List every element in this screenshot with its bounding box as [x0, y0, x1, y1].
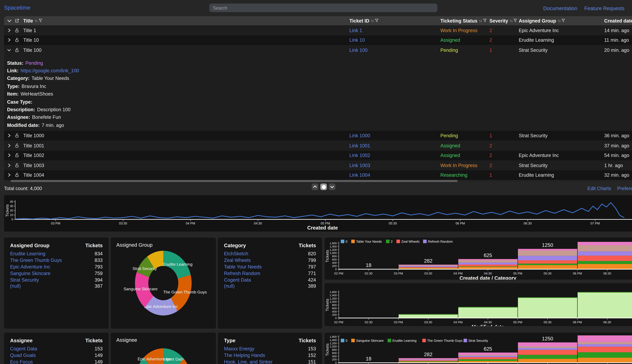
expand-row-chevron-right-icon[interactable] [7, 144, 11, 148]
table-row[interactable]: Title 1003Link 1003Work In Progress2Stra… [4, 160, 632, 170]
scroll-up-button[interactable] [312, 184, 318, 190]
mini-table-link[interactable]: Zeal Wheels [224, 257, 251, 263]
horizontal-scrollbar[interactable] [4, 180, 632, 182]
filter-icon[interactable] [38, 18, 42, 24]
collapse-row-chevron-down-icon[interactable] [7, 48, 11, 52]
col-header-title[interactable]: Title↑↓ [23, 18, 42, 24]
mini-table-link[interactable]: Erudite Learning [10, 251, 46, 256]
table-row[interactable]: Title 1001Link 1001Assigned237 min. ago [4, 140, 632, 150]
table-row[interactable]: Title 1000Link 1000Pending1Strat Securit… [4, 131, 632, 140]
assigned-group-value: Epic Adventure Inc [519, 28, 559, 33]
app-logo[interactable]: Spacetime [4, 4, 30, 10]
sort-icon[interactable]: ↑↓ [558, 18, 560, 23]
mini-table-link[interactable]: (null) [10, 283, 21, 289]
svg-text:04:30: 04:30 [484, 320, 492, 324]
mini-table-link[interactable]: Cogent Data [224, 277, 251, 282]
external-link-icon[interactable] [15, 18, 19, 23]
filter-icon[interactable] [375, 18, 379, 24]
nav-feature-requests[interactable]: Feature Requests [584, 5, 624, 11]
mini-table-link[interactable]: Quad Goals [10, 352, 36, 358]
expand-row-chevron-right-icon[interactable] [7, 153, 11, 157]
mini-table-link[interactable]: The Green Thumb Guys [10, 257, 62, 263]
expand-all-chevron-down-icon[interactable] [7, 18, 12, 23]
expand-row-chevron-right-icon[interactable] [7, 134, 11, 138]
mini-table-link[interactable]: The Helping Hands [224, 352, 265, 358]
app-root: Spacetime Documentation Feature Requests… [0, 0, 632, 364]
mini-table-row: Erudite Learning834 [10, 250, 103, 257]
severity-value: 2 [490, 37, 492, 43]
edit-charts-link[interactable]: Edit Charts [588, 186, 611, 191]
scroll-position-button[interactable] [320, 184, 327, 190]
col-header-assigned-group[interactable]: Assigned Group↑↓ [519, 18, 566, 24]
detail-value[interactable]: https://google.com/link_100 [20, 68, 79, 73]
mini-table-link[interactable]: Table Your Needs [224, 264, 262, 269]
filter-icon[interactable] [514, 18, 518, 24]
table-row[interactable]: Title 1004Link 1004Researching1Erudite L… [4, 170, 632, 180]
expand-row-chevron-right-icon[interactable] [7, 38, 11, 42]
unlock-icon[interactable] [15, 48, 19, 52]
row-title: Title 1004 [23, 172, 44, 178]
sort-icon[interactable]: ↑↓ [510, 18, 512, 23]
ticket-id-link[interactable]: Link 1000 [349, 133, 370, 138]
unlock-icon[interactable] [15, 28, 19, 32]
col-header-created-date[interactable]: Created date↑↓ [604, 18, 632, 24]
unlock-icon[interactable] [15, 153, 19, 158]
ticket-id-link[interactable]: Link 100 [349, 47, 368, 53]
ticket-id-link[interactable]: Link 1 [349, 28, 362, 33]
expand-row-chevron-right-icon[interactable] [7, 163, 11, 167]
mini-table-link[interactable]: Cogent Data [10, 346, 37, 351]
unlock-icon[interactable] [15, 133, 19, 138]
scroll-down-button[interactable] [329, 184, 336, 190]
assigned-group-value: Strat Security [519, 162, 548, 168]
unlock-icon[interactable] [15, 173, 19, 177]
mini-table-row: Cogent Data424 [224, 276, 316, 283]
donut-slice[interactable] [163, 348, 184, 364]
ticket-id-link[interactable]: Link 1003 [349, 162, 370, 168]
svg-text:04 PM: 04 PM [454, 272, 462, 275]
svg-text:282: 282 [424, 258, 432, 264]
preferences-link[interactable]: Preferences [617, 186, 632, 191]
mini-table-link[interactable]: (null) [224, 283, 235, 289]
ticket-id-link[interactable]: Link 1001 [349, 143, 370, 148]
mini-table-link[interactable]: Sanguine Skincare [10, 270, 50, 276]
mini-table-link[interactable]: Hook, Line, and Sinker [224, 359, 273, 364]
nav-documentation[interactable]: Documentation [543, 5, 577, 11]
mini-table-link[interactable]: Eco Focus [10, 359, 33, 364]
table-row[interactable]: Title 10Link 10Assigned2Erudite Learning… [4, 35, 632, 45]
stacked-bar-chart-svg: 18282625125002004006008001,0001,2001,400… [324, 333, 632, 364]
expand-row-chevron-right-icon[interactable] [7, 173, 11, 177]
unlock-icon[interactable] [15, 143, 19, 148]
unlock-icon[interactable] [15, 38, 19, 42]
svg-text:Strat Security: Strat Security [468, 339, 488, 342]
search-input[interactable] [209, 4, 437, 12]
svg-text:18: 18 [366, 262, 372, 268]
scrollbar-thumb[interactable] [10, 180, 458, 182]
filter-icon[interactable] [483, 18, 487, 24]
ticket-id-link[interactable]: Link 1004 [349, 172, 370, 178]
table-row[interactable]: Title 1Link 1Work In Progress2Epic Adven… [4, 25, 632, 35]
sort-icon[interactable]: ↑↓ [479, 18, 482, 23]
table-row[interactable]: Title 1002Link 1002Assigned2Epic Adventu… [4, 150, 632, 160]
filter-icon[interactable] [562, 18, 566, 24]
mini-table-link[interactable]: Epic Adventure Inc [10, 264, 50, 269]
ticket-id-link[interactable]: Link 10 [349, 37, 365, 43]
sort-icon[interactable]: ↑↓ [371, 18, 374, 23]
mini-table-header-count: Tickets [85, 243, 103, 250]
expand-row-chevron-right-icon[interactable] [7, 28, 11, 32]
col-header-ticket-id[interactable]: Ticket ID↑↓ [349, 18, 379, 24]
mini-table-link[interactable]: Maxxx Energy [224, 346, 254, 351]
detail-row: Link:https://google.com/link_100 [7, 67, 632, 74]
mini-table-link[interactable]: EtchSketch [224, 251, 248, 256]
mini-table-link[interactable]: Refresh Random [224, 270, 260, 276]
col-header-ticketing-status[interactable]: Ticketing Status↑↓ [440, 18, 487, 24]
mini-table-link[interactable]: Strat Security [10, 277, 39, 282]
svg-text:05 PM: 05 PM [513, 320, 522, 324]
sort-icon[interactable]: ↑↓ [34, 18, 37, 23]
detail-label: Type: [7, 83, 20, 89]
col-header-severity[interactable]: Severity↑↓ [490, 18, 518, 24]
table-row[interactable]: Title 100Link 100Pending1Strat Security2… [4, 45, 632, 55]
svg-text:03:30: 03:30 [424, 320, 432, 324]
unlock-icon[interactable] [15, 163, 19, 168]
detail-row: Status:Pending [7, 59, 632, 67]
ticket-id-link[interactable]: Link 1002 [349, 152, 370, 158]
